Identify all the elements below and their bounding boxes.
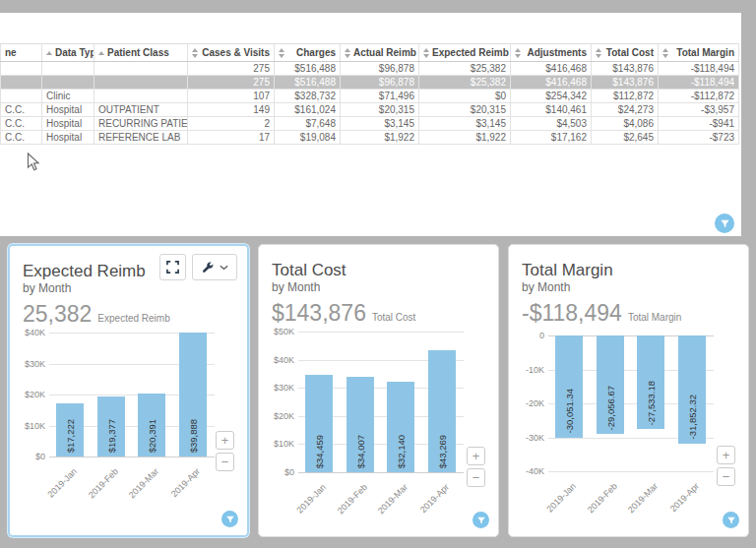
bar-value-label: $34,459: [314, 435, 325, 468]
kpi: $143,876Total Cost: [272, 300, 498, 327]
x-axis-tick-label: 2019-Feb: [571, 481, 618, 528]
sort-both-icon[interactable]: [423, 48, 429, 58]
cell: Hospital: [42, 103, 94, 117]
bar-2019-Jan[interactable]: -30,051.34: [555, 335, 583, 438]
column-header-cases-visits[interactable]: Cases & Visits: [188, 44, 275, 62]
filter-funnel-icon: [720, 218, 730, 229]
bar-value-label: $19,377: [105, 419, 116, 453]
settings-dropdown-button[interactable]: [192, 254, 237, 280]
table-header-row: neData TypePatient ClassCases & VisitsCh…: [1, 44, 739, 62]
column-header-total-margin[interactable]: Total Margin: [659, 44, 739, 62]
table-row[interactable]: Clinic107$328,732$71,496$0$254,342$112,8…: [1, 90, 739, 103]
chart-card-expected-reimb[interactable]: Expected Reimbby Month25,382Expected Rei…: [8, 244, 249, 537]
cell: $20,315: [341, 103, 419, 117]
table-row-selected[interactable]: 275$516,488$96,878$25,382$416,468$143,87…: [1, 76, 739, 90]
cell: $143,876: [592, 62, 659, 76]
y-axis-tick-label: $0: [10, 452, 45, 461]
sort-asc-icon[interactable]: [98, 51, 104, 55]
bar-value-label: -29,056.67: [604, 386, 615, 430]
bar-value-label: $34,007: [354, 435, 365, 468]
bar-2019-Mar[interactable]: $20,391: [138, 394, 165, 457]
column-header-patient-class[interactable]: Patient Class: [94, 44, 188, 62]
bar-2019-Jan[interactable]: $17,222: [56, 403, 84, 457]
card-filter-button[interactable]: [723, 512, 739, 528]
card-filter-button[interactable]: [221, 511, 238, 527]
chevron-down-icon: [220, 265, 228, 271]
cell: $17,162: [511, 131, 592, 145]
bar-2019-Jan[interactable]: $34,459: [305, 375, 333, 472]
zoom-in-button[interactable]: +: [717, 446, 735, 464]
cell: [42, 62, 94, 76]
column-header-total-cost[interactable]: Total Cost: [592, 44, 659, 62]
y-axis-tick-label: $20K: [10, 390, 45, 399]
column-header-data-type[interactable]: Data Type: [42, 44, 94, 62]
zoom-in-button[interactable]: +: [216, 431, 234, 450]
cell: [94, 76, 188, 90]
sort-asc-icon[interactable]: [46, 51, 52, 55]
cell: [42, 76, 94, 90]
bar-2019-Apr[interactable]: $43,269: [428, 350, 456, 472]
bar-2019-Feb[interactable]: $34,007: [346, 377, 374, 472]
cell: RECURRING PATIENT: [94, 117, 188, 131]
sort-both-icon[interactable]: [662, 48, 668, 58]
bar-value-label: $43,269: [436, 435, 447, 468]
expand-button[interactable]: [159, 254, 186, 280]
cell: $3,145: [341, 117, 419, 131]
x-axis-tick-label: 2019-Mar: [612, 481, 660, 528]
filter-funnel-icon: [225, 515, 235, 524]
filter-funnel-icon: [476, 516, 486, 525]
column-header-label: Charges: [287, 47, 336, 58]
table-row[interactable]: C.C.HospitalOUTPATIENT149$161,024$20,315…: [1, 103, 739, 117]
bar-2019-Apr[interactable]: -31,852.32: [678, 335, 706, 444]
y-axis-tick-label: -40K: [509, 466, 544, 476]
cell: $71,496: [341, 90, 419, 103]
column-header-adjustments[interactable]: Adjustments: [511, 44, 592, 62]
bar-2019-Feb[interactable]: -29,056.67: [597, 335, 624, 434]
column-header-actual-reimb[interactable]: Actual Reimb: [341, 44, 419, 62]
sort-both-icon[interactable]: [596, 48, 601, 58]
zoom-out-button[interactable]: −: [216, 453, 234, 471]
bar-2019-Apr[interactable]: $39,888: [179, 333, 207, 457]
cell: 149: [188, 103, 275, 117]
zoom-out-button[interactable]: −: [467, 468, 485, 487]
bar-2019-Mar[interactable]: -27,533.18: [637, 335, 664, 429]
zoom-in-button[interactable]: +: [467, 447, 485, 465]
cell: -$118,494: [659, 76, 739, 90]
column-header-expected-reimb[interactable]: Expected Reimb: [419, 44, 511, 62]
sort-both-icon[interactable]: [279, 48, 284, 58]
kpi-value: $143,876: [272, 300, 366, 326]
sort-both-icon[interactable]: [345, 48, 350, 58]
y-axis-tick-label: $50K: [259, 327, 294, 336]
card-filter-button[interactable]: [472, 512, 489, 528]
bar-value-label: -30,051.34: [564, 389, 575, 433]
y-axis-tick-label: $30K: [259, 383, 294, 393]
x-axis-tick-label: 2019-Jan: [32, 466, 79, 514]
cell: 2: [188, 117, 275, 131]
sort-both-icon[interactable]: [192, 48, 198, 58]
column-header-ne[interactable]: ne: [1, 44, 42, 62]
table-row[interactable]: 275$516,488$96,878$25,382$416,468$143,87…: [1, 62, 739, 76]
y-axis-tick-label: 0: [509, 331, 544, 340]
y-axis-tick-label: $0: [259, 467, 294, 477]
x-axis-tick-label: 2019-Mar: [113, 466, 160, 514]
cell: $2,645: [592, 131, 659, 145]
x-axis-tick-label: 2019-Mar: [362, 482, 410, 529]
bar-2019-Mar[interactable]: $32,140: [387, 382, 414, 472]
cell: -$112,872: [659, 90, 739, 103]
table-row[interactable]: C.C.HospitalRECURRING PATIENT2$7,648$3,1…: [1, 117, 739, 131]
cell: [1, 76, 42, 90]
column-header-charges[interactable]: Charges: [275, 44, 341, 62]
cell: $254,342: [511, 90, 592, 103]
cell: $96,878: [341, 76, 419, 90]
zoom-out-button[interactable]: −: [717, 467, 735, 486]
table-filter-button[interactable]: [715, 213, 734, 233]
kpi: -$118,494Total Margin: [522, 300, 748, 327]
bar-2019-Feb[interactable]: $19,377: [97, 396, 125, 457]
kpi-value: -$118,494: [522, 300, 622, 326]
chart-card-total-margin[interactable]: Total Marginby Month-$118,494Total Margi…: [508, 244, 749, 537]
table-row[interactable]: C.C.HospitalREFERENCE LAB17$19,084$1,922…: [1, 131, 739, 145]
sort-both-icon[interactable]: [515, 48, 521, 58]
column-header-label: Actual Reimb: [353, 47, 416, 58]
chart-card-total-cost[interactable]: Total Costby Month$143,876Total Cost$50K…: [258, 244, 499, 537]
cell: $20,315: [419, 103, 511, 117]
